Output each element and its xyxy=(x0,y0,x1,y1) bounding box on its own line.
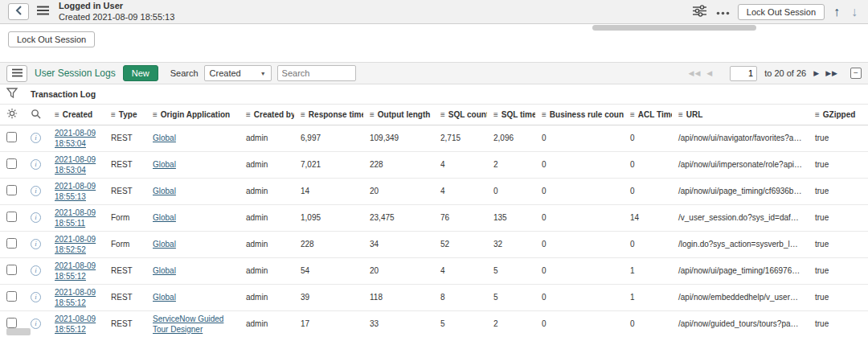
list-context-menu-button[interactable] xyxy=(6,65,27,82)
created-link[interactable]: 2021-08-09 18:53:04 xyxy=(55,154,98,175)
next-page-button[interactable]: ▶ xyxy=(813,69,820,77)
gzipped-cell: true xyxy=(809,151,868,178)
response-time-cell: 39 xyxy=(294,284,363,310)
column-menu-icon[interactable]: ≡ xyxy=(440,110,445,119)
type-cell: REST xyxy=(104,178,146,204)
column-header[interactable]: ≡Created by xyxy=(240,104,294,125)
first-page-button[interactable]: ◀◀ xyxy=(688,69,701,77)
bottom-scrollbar-thumb[interactable] xyxy=(6,328,31,335)
row-checkbox[interactable] xyxy=(6,185,17,195)
lock-out-session-button-header[interactable]: Lock Out Session xyxy=(738,4,825,20)
column-header[interactable]: ≡SQL count xyxy=(434,104,487,125)
column-header[interactable]: ≡ACL Time xyxy=(624,104,672,125)
info-icon[interactable]: i xyxy=(31,265,41,276)
column-menu-icon[interactable]: ≡ xyxy=(370,110,375,119)
created-link[interactable]: 2021-08-09 18:55:12 xyxy=(55,261,98,282)
column-menu-icon[interactable]: ≡ xyxy=(678,110,683,119)
row-checkbox[interactable] xyxy=(6,291,17,302)
column-header[interactable]: ≡Created xyxy=(48,104,104,125)
table-row[interactable]: i 2021-08-09 18:55:12 REST Global admin … xyxy=(0,257,868,284)
info-icon[interactable]: i xyxy=(31,319,41,329)
horizontal-scrollbar-thumb[interactable] xyxy=(592,25,756,31)
origin-application-link[interactable]: Global xyxy=(153,266,176,275)
gzipped-cell: true xyxy=(809,310,868,337)
column-header[interactable]: ≡Business rule count xyxy=(535,104,624,125)
sql-time-cell: 32 xyxy=(487,231,535,257)
origin-application-link[interactable]: Global xyxy=(153,240,176,249)
column-header[interactable]: ≡Type xyxy=(104,104,146,125)
column-header[interactable]: ≡SQL time xyxy=(487,104,535,125)
filter-icon[interactable] xyxy=(6,91,18,100)
collapse-list-button[interactable]: − xyxy=(850,68,862,79)
previous-page-button[interactable]: ◀ xyxy=(706,69,713,77)
new-button[interactable]: New xyxy=(123,65,158,81)
row-checkbox[interactable] xyxy=(6,158,17,169)
page-number-input[interactable] xyxy=(730,66,757,81)
column-header[interactable]: ≡Origin Application xyxy=(146,104,240,125)
search-field-select[interactable]: Created ▼ xyxy=(204,65,272,81)
back-button[interactable] xyxy=(8,3,29,20)
info-icon[interactable]: i xyxy=(31,292,41,302)
row-checkbox[interactable] xyxy=(6,132,17,142)
info-icon[interactable]: i xyxy=(31,186,41,196)
column-header[interactable]: ≡Response time xyxy=(294,104,363,125)
table-row[interactable]: i 2021-08-09 18:53:04 REST Global admin … xyxy=(0,125,868,151)
row-checkbox[interactable] xyxy=(6,318,17,328)
created-link[interactable]: 2021-08-09 18:55:12 xyxy=(55,314,98,335)
table-row[interactable]: i 2021-08-09 18:52:52 Form Global admin … xyxy=(0,231,868,257)
info-icon[interactable]: i xyxy=(31,133,41,143)
column-menu-icon[interactable]: ≡ xyxy=(55,110,59,119)
hamburger-icon xyxy=(12,68,23,80)
personalize-form-button[interactable] xyxy=(691,5,708,19)
origin-application-link[interactable]: Global xyxy=(153,160,176,169)
more-options-button[interactable] xyxy=(714,6,731,18)
column-menu-icon[interactable]: ≡ xyxy=(153,110,158,119)
column-menu-icon[interactable]: ≡ xyxy=(542,110,547,119)
last-page-button[interactable]: ▶▶ xyxy=(825,69,838,77)
column-menu-icon[interactable]: ≡ xyxy=(815,110,820,119)
column-header[interactable]: ≡Output length xyxy=(363,104,434,125)
origin-application-link[interactable]: Global xyxy=(153,293,176,302)
column-label: ACL Time xyxy=(638,110,672,119)
info-icon[interactable]: i xyxy=(31,159,41,170)
created-link[interactable]: 2021-08-09 18:55:11 xyxy=(55,208,98,228)
column-label: URL xyxy=(686,110,703,119)
previous-record-arrow-icon[interactable]: ↑ xyxy=(831,6,842,18)
origin-application-link[interactable]: Global xyxy=(153,213,176,222)
column-menu-icon[interactable]: ≡ xyxy=(246,110,251,119)
lock-out-session-button[interactable]: Lock Out Session xyxy=(8,31,95,47)
column-header[interactable]: ≡URL xyxy=(672,104,809,125)
created-link[interactable]: 2021-08-09 18:53:04 xyxy=(55,128,98,149)
origin-application-link[interactable]: Global xyxy=(153,187,176,195)
response-time-cell: 6,997 xyxy=(294,125,363,151)
column-menu-icon[interactable]: ≡ xyxy=(630,110,635,119)
column-header[interactable]: ≡GZipped xyxy=(809,104,868,125)
table-row[interactable]: i 2021-08-09 18:55:11 Form Global admin … xyxy=(0,204,868,231)
created-by-cell: admin xyxy=(240,204,294,231)
created-link[interactable]: 2021-08-09 18:55:12 xyxy=(55,287,98,308)
gear-icon[interactable] xyxy=(6,112,18,121)
column-menu-icon[interactable]: ≡ xyxy=(111,110,116,119)
list-title[interactable]: User Session Logs xyxy=(35,68,116,79)
info-icon[interactable]: i xyxy=(31,239,41,249)
created-link[interactable]: 2021-08-09 18:52:52 xyxy=(55,234,98,255)
created-link[interactable]: 2021-08-09 18:55:13 xyxy=(55,181,98,202)
origin-application-link[interactable]: Global xyxy=(153,134,176,142)
search-icon[interactable] xyxy=(31,112,41,121)
table-row[interactable]: i 2021-08-09 18:55:12 REST ServiceNow Gu… xyxy=(0,310,868,337)
column-menu-icon[interactable]: ≡ xyxy=(301,110,305,119)
row-checkbox[interactable] xyxy=(6,238,17,249)
row-checkbox[interactable] xyxy=(6,265,17,275)
table-row[interactable]: i 2021-08-09 18:53:04 REST Global admin … xyxy=(0,151,868,178)
table-row[interactable]: i 2021-08-09 18:55:12 REST Global admin … xyxy=(0,284,868,310)
created-time: 18:55:11 xyxy=(55,218,98,228)
next-record-arrow-icon[interactable]: ↓ xyxy=(849,6,860,18)
column-menu-icon[interactable]: ≡ xyxy=(493,110,498,119)
sql-time-cell: 135 xyxy=(487,204,535,231)
table-row[interactable]: i 2021-08-09 18:55:13 REST Global admin … xyxy=(0,178,868,204)
row-checkbox[interactable] xyxy=(6,212,17,222)
origin-application-link[interactable]: ServiceNow Guided Tour Designer xyxy=(153,314,223,334)
form-context-menu-button[interactable] xyxy=(35,6,51,18)
info-icon[interactable]: i xyxy=(31,212,41,223)
search-input[interactable] xyxy=(277,65,356,81)
